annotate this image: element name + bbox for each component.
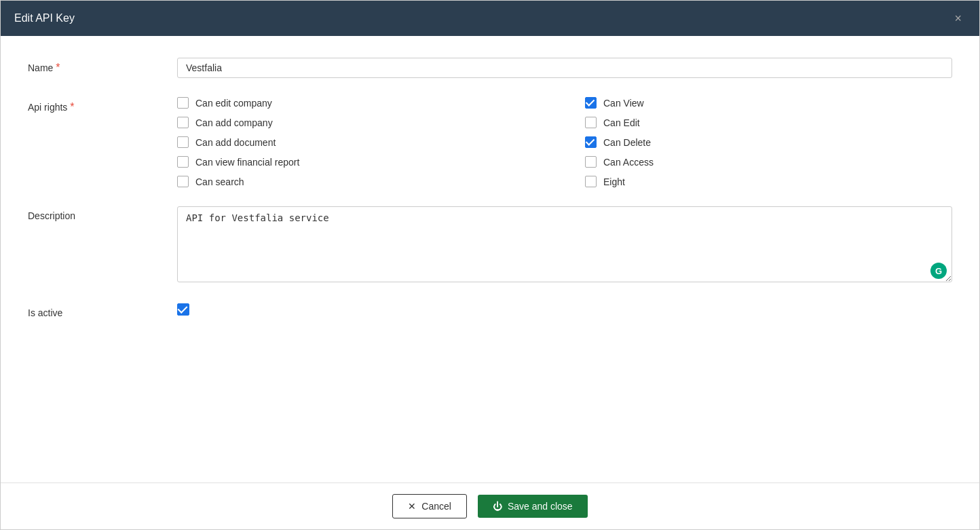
save-icon: ⏻	[493, 501, 502, 512]
modal-body: Name * Api rights * Can edit company	[1, 36, 979, 482]
checkbox-search[interactable]	[177, 176, 189, 187]
save-button[interactable]: ⏻ Save and close	[478, 495, 588, 518]
checkbox-add-document[interactable]	[177, 136, 189, 148]
name-label: Name *	[28, 58, 177, 74]
checkbox-can-access[interactable]	[585, 156, 597, 168]
name-field	[177, 58, 952, 78]
checkbox-row-add-company: Can add company	[177, 117, 544, 128]
cancel-button[interactable]: ✕ Cancel	[392, 494, 467, 518]
checkbox-label-add-company[interactable]: Can add company	[195, 117, 273, 128]
checkbox-row-can-edit: Can Edit	[585, 117, 952, 128]
modal-header: Edit API Key ×	[1, 1, 979, 36]
textarea-wrapper: API for Vestfalia service G	[177, 206, 952, 284]
description-row: Description API for Vestfalia service G	[28, 206, 952, 284]
cancel-label: Cancel	[421, 501, 451, 512]
is-active-checkbox[interactable]	[177, 303, 189, 316]
api-rights-field: Can edit company Can add company Can add…	[177, 97, 952, 187]
checkbox-label-view-financial[interactable]: Can view financial report	[195, 157, 299, 168]
api-rights-label: Api rights *	[28, 97, 177, 113]
is-active-field	[177, 303, 952, 318]
modal-footer: ✕ Cancel ⏻ Save and close	[1, 482, 979, 529]
save-label: Save and close	[508, 501, 573, 512]
checkbox-can-delete[interactable]	[585, 136, 597, 148]
is-active-row: Is active	[28, 303, 952, 318]
checkbox-label-add-document[interactable]: Can add document	[195, 137, 276, 148]
modal-title: Edit API Key	[14, 12, 75, 24]
api-rights-required-star: *	[70, 101, 74, 113]
modal-close-button[interactable]: ×	[950, 11, 966, 26]
checkbox-label-eight[interactable]: Eight	[603, 176, 625, 187]
checkbox-label-search[interactable]: Can search	[195, 176, 244, 187]
name-input[interactable]	[177, 58, 952, 78]
description-field: API for Vestfalia service G	[177, 206, 952, 284]
cancel-icon: ✕	[408, 501, 416, 512]
checkbox-can-edit[interactable]	[585, 117, 597, 128]
checkbox-can-view[interactable]	[585, 97, 597, 109]
checkbox-row-can-view: Can View	[585, 97, 952, 109]
checkbox-row-add-document: Can add document	[177, 136, 544, 148]
description-textarea[interactable]: API for Vestfalia service	[177, 206, 952, 282]
checkbox-label-can-access[interactable]: Can Access	[603, 157, 654, 168]
checkbox-row-edit-company: Can edit company	[177, 97, 544, 109]
is-active-label: Is active	[28, 303, 177, 318]
name-row: Name *	[28, 58, 952, 78]
description-label: Description	[28, 206, 177, 221]
checkbox-eight[interactable]	[585, 176, 597, 187]
rights-left-column: Can edit company Can add company Can add…	[177, 97, 544, 187]
rights-grid: Can edit company Can add company Can add…	[177, 97, 952, 187]
name-required-star: *	[56, 62, 60, 74]
checkbox-edit-company[interactable]	[177, 97, 189, 109]
checkbox-label-can-edit[interactable]: Can Edit	[603, 117, 640, 128]
checkbox-row-eight: Eight	[585, 176, 952, 187]
checkbox-view-financial[interactable]	[177, 156, 189, 168]
checkbox-add-company[interactable]	[177, 117, 189, 128]
rights-right-column: Can View Can Edit Can Delete Can Ac	[585, 97, 952, 187]
checkbox-label-edit-company[interactable]: Can edit company	[195, 98, 272, 109]
checkbox-label-can-delete[interactable]: Can Delete	[603, 137, 651, 148]
checkbox-row-can-access: Can Access	[585, 156, 952, 168]
checkbox-row-view-financial: Can view financial report	[177, 156, 544, 168]
checkbox-row-can-delete: Can Delete	[585, 136, 952, 148]
api-rights-row: Api rights * Can edit company Can add co…	[28, 97, 952, 187]
checkbox-row-search: Can search	[177, 176, 544, 187]
edit-api-key-modal: Edit API Key × Name * Api rights *	[0, 0, 980, 530]
checkbox-label-can-view[interactable]: Can View	[603, 98, 644, 109]
